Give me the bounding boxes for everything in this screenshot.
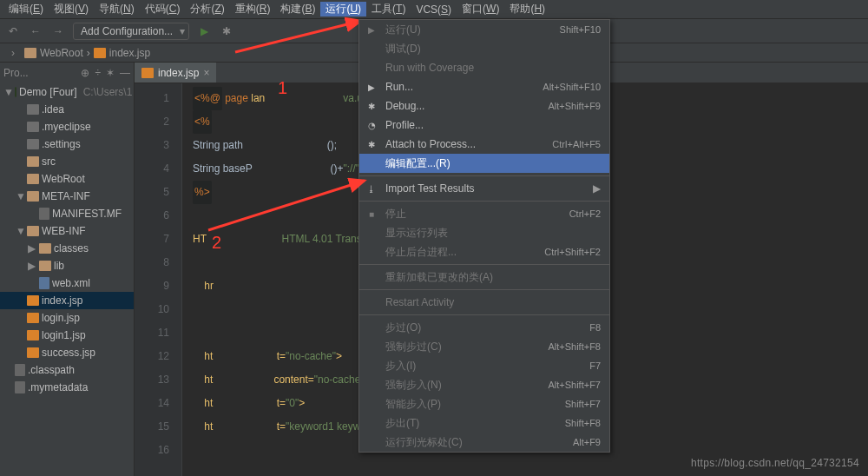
- menu-10[interactable]: 窗口(W): [457, 2, 504, 17]
- menuitem-强制步入(N): 强制步入(N)Alt+Shift+F7: [359, 375, 609, 394]
- menuitem-Run...[interactable]: ▶Run...Alt+Shift+F10: [359, 77, 609, 96]
- menu-11[interactable]: 帮助(H): [504, 2, 550, 17]
- menu-6[interactable]: 构建(B): [275, 2, 320, 17]
- collapse-icon[interactable]: ÷: [95, 67, 101, 79]
- crumb-file[interactable]: index.jsp: [109, 47, 150, 59]
- menuitem-停止: ■停止Ctrl+F2: [359, 204, 609, 223]
- menuitem-步出(T): 步出(T)Shift+F8: [359, 413, 609, 433]
- annotation-number-1: 1: [278, 78, 287, 98]
- project-tree[interactable]: ▼Demo [Four]C:\Users\1.idea.myeclipse.se…: [0, 83, 134, 476]
- chevron-right-icon: ›: [5, 45, 21, 61]
- tree-index.jsp[interactable]: index.jsp: [0, 292, 134, 309]
- tree-login.jsp[interactable]: login.jsp: [0, 309, 134, 327]
- menuitem-智能步入(P): 智能步入(P)Shift+F7: [359, 394, 609, 413]
- debug-icon[interactable]: ✱: [219, 23, 234, 39]
- annotation-number-2: 2: [212, 233, 221, 253]
- tree-success.jsp[interactable]: success.jsp: [0, 344, 134, 361]
- gear-icon[interactable]: ✶: [106, 67, 115, 79]
- tree-WEB-INF[interactable]: ▼WEB-INF: [0, 222, 134, 240]
- close-icon[interactable]: ×: [203, 67, 209, 79]
- watermark: https://blog.csdn.net/qq_24732154: [691, 457, 859, 469]
- tree-web.xml[interactable]: web.xml: [0, 274, 134, 292]
- menuitem-Profile...[interactable]: ◔Profile...: [359, 116, 609, 135]
- jsp-icon: [141, 68, 154, 78]
- menuitem-Restart Activity: Restart Activity: [359, 293, 609, 312]
- undo-icon[interactable]: ↶: [5, 23, 21, 39]
- tree-classes[interactable]: ▶classes: [0, 240, 134, 257]
- menuitem-运行(U): ▶运行(U)Shift+F10: [359, 20, 609, 39]
- menuitem-编辑配置...(R)[interactable]: 编辑配置...(R): [359, 154, 609, 173]
- menubar: 编辑(E)视图(V)导航(N)代码(C)分析(Z)重构(R)构建(B)运行(U)…: [0, 0, 868, 19]
- tree-.settings[interactable]: .settings: [0, 136, 134, 153]
- menuitem-运行到光标处(C): 运行到光标处(C)Alt+F9: [359, 433, 609, 452]
- menuitem-步入(I): 步入(I)F7: [359, 356, 609, 375]
- menu-2[interactable]: 导航(N): [94, 2, 140, 17]
- sidebar-title: Pro...: [3, 67, 29, 79]
- menuitem-强制步过(C): 强制步过(C)Alt+Shift+F8: [359, 337, 609, 356]
- tree-src[interactable]: src: [0, 153, 134, 170]
- sidebar-header: Pro... ⊕ ÷ ✶ —: [0, 63, 134, 83]
- menuitem-停止后台进程...: 停止后台进程...Ctrl+Shift+F2: [359, 242, 609, 261]
- menu-0[interactable]: 编辑(E): [3, 2, 49, 17]
- menuitem-Import Test Results[interactable]: ⭳Import Test Results▶: [359, 179, 609, 198]
- forward-icon[interactable]: →: [50, 23, 66, 39]
- run-icon[interactable]: ▶: [196, 23, 212, 39]
- menu-7[interactable]: 运行(U): [320, 2, 366, 17]
- menuitem-重新加载已更改的类(A): 重新加载已更改的类(A): [359, 268, 609, 287]
- run-config-dropdown[interactable]: Add Configuration...: [73, 23, 189, 40]
- menu-1[interactable]: 视图(V): [49, 2, 94, 17]
- crumb-webroot[interactable]: WebRoot: [40, 47, 83, 59]
- menu-9[interactable]: VCS(S): [411, 3, 457, 16]
- menuitem-调试(D): 调试(D): [359, 39, 609, 58]
- back-icon[interactable]: ←: [28, 23, 43, 39]
- tree-lib[interactable]: ▶lib: [0, 257, 134, 274]
- tree-.idea[interactable]: .idea: [0, 101, 134, 118]
- tree-META-INF[interactable]: ▼META-INF: [0, 188, 134, 205]
- menuitem-Debug...[interactable]: ✱Debug...Alt+Shift+F9: [359, 96, 609, 116]
- menu-8[interactable]: 工具(T): [366, 2, 411, 17]
- tab-label: index.jsp: [158, 67, 199, 79]
- menu-5[interactable]: 重构(R): [230, 2, 276, 17]
- tree-MANIFEST.MF[interactable]: MANIFEST.MF: [0, 205, 134, 222]
- tab-indexjsp[interactable]: index.jsp ×: [135, 63, 216, 83]
- hide-icon[interactable]: —: [120, 67, 130, 79]
- jsp-icon: [94, 48, 106, 58]
- menuitem-Run with Coverage: Run with Coverage: [359, 58, 609, 77]
- menuitem-步过(O): 步过(O)F8: [359, 318, 609, 337]
- gutter: 12345678910111213141516: [135, 83, 182, 476]
- tree-login1.jsp[interactable]: login1.jsp: [0, 327, 134, 344]
- target-icon[interactable]: ⊕: [81, 67, 89, 79]
- tree-.myeclipse[interactable]: .myeclipse: [0, 118, 134, 136]
- menuitem-Attach to Process...[interactable]: ✱Attach to Process...Ctrl+Alt+F5: [359, 135, 609, 154]
- tree-.classpath[interactable]: .classpath: [0, 361, 134, 379]
- tree-WebRoot[interactable]: WebRoot: [0, 170, 134, 188]
- project-sidebar: Pro... ⊕ ÷ ✶ — ▼Demo [Four]C:\Users\1.id…: [0, 63, 135, 476]
- run-menu[interactable]: ▶运行(U)Shift+F10调试(D)Run with Coverage▶Ru…: [358, 19, 610, 453]
- menuitem-显示运行列表: 显示运行列表: [359, 223, 609, 242]
- tree-.mymetadata[interactable]: .mymetadata: [0, 379, 134, 396]
- folder-icon: [24, 48, 36, 58]
- menu-3[interactable]: 代码(C): [140, 2, 186, 17]
- tree-Demo [Four][interactable]: ▼Demo [Four]C:\Users\1: [0, 83, 134, 101]
- menu-4[interactable]: 分析(Z): [185, 2, 229, 17]
